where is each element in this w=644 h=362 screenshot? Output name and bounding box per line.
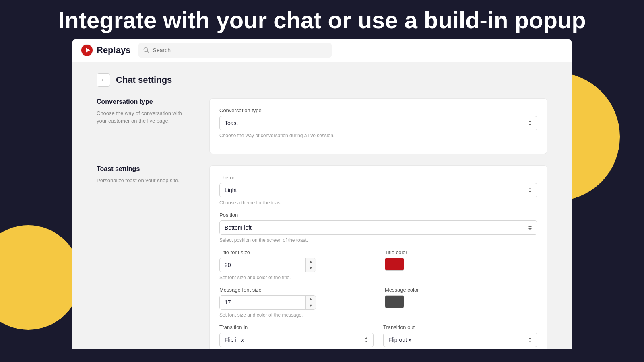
- message-color-label: Message color: [385, 287, 537, 293]
- message-font-size-input[interactable]: 17: [220, 296, 305, 309]
- svg-line-4: [147, 51, 149, 53]
- page-title: Chat settings: [116, 75, 172, 85]
- conversation-type-description: Conversation type Choose the way of conv…: [97, 98, 193, 154]
- title-font-size-input-wrap: 20 ▲ ▼: [219, 258, 316, 272]
- logo-icon: [80, 44, 93, 57]
- title-color-label: Title color: [385, 249, 537, 255]
- content-area: ← Chat settings Conversation type Choose…: [72, 62, 572, 349]
- toast-desc-text: Personalize toast on your shop site.: [97, 177, 193, 185]
- theme-form-group: Theme Light Dark Custom Choose a theme f…: [219, 175, 537, 206]
- title-font-size-arrows: ▲ ▼: [305, 258, 316, 272]
- toast-description: Toast settings Personalize toast on your…: [97, 165, 193, 349]
- toast-section-title: Toast settings: [97, 165, 193, 173]
- transition-out-select[interactable]: Flip out x Fade out Slide out left Slide…: [383, 333, 537, 347]
- conversation-type-section-title: Conversation type: [97, 98, 193, 105]
- transition-out-col: Transition out Flip out x Fade out Slide…: [383, 324, 537, 349]
- title-font-size-down[interactable]: ▼: [306, 265, 316, 272]
- logo-text: Replays: [97, 45, 130, 56]
- search-icon: [143, 47, 149, 53]
- position-form-group: Position Bottom left Bottom right Top le…: [219, 212, 537, 243]
- message-font-size-arrows: ▲ ▼: [305, 296, 316, 309]
- title-font-size-up[interactable]: ▲: [306, 258, 316, 265]
- message-color-col: Message color: [385, 287, 537, 318]
- title-font-size-input[interactable]: 20: [220, 258, 305, 272]
- title-font-size-label: Title font size: [219, 249, 372, 255]
- title-color-swatch[interactable]: [385, 258, 404, 271]
- theme-label: Theme: [219, 175, 537, 181]
- app-window: Replays ← Chat settings Conversation typ…: [72, 39, 572, 349]
- message-font-size-label: Message font size: [219, 287, 372, 293]
- toast-settings-card: Theme Light Dark Custom Choose a theme f…: [209, 165, 547, 349]
- transition-out-label: Transition out: [383, 324, 537, 330]
- transition-in-label: Transition in: [219, 324, 374, 330]
- message-font-size-down[interactable]: ▼: [306, 302, 316, 309]
- conversation-type-hint: Choose the way of conversation during a …: [219, 133, 537, 138]
- theme-hint: Choose a theme for the toast.: [219, 200, 537, 206]
- conversation-type-select[interactable]: Toast Chat widget Custom: [219, 116, 537, 130]
- page-headline: Integrate with your chat or use a build-…: [0, 0, 644, 39]
- title-font-color-row: Title font size 20 ▲ ▼ Set font size and…: [219, 249, 537, 280]
- logo-area[interactable]: Replays: [80, 44, 130, 57]
- message-font-size-hint: Set font size and color of the message.: [219, 312, 372, 318]
- transition-in-select[interactable]: Flip in x Fade in Slide in left Slide in…: [219, 333, 374, 347]
- message-font-size-up[interactable]: ▲: [306, 296, 316, 303]
- transition-in-col: Transition in Flip in x Fade in Slide in…: [219, 324, 374, 349]
- search-bar: [138, 43, 332, 58]
- page-title-row: ← Chat settings: [97, 73, 547, 87]
- message-color-swatch[interactable]: [385, 295, 404, 308]
- title-color-col: Title color: [385, 249, 537, 280]
- back-button[interactable]: ←: [97, 73, 110, 87]
- message-font-color-row: Message font size 17 ▲ ▼ Set font size a…: [219, 287, 537, 318]
- conversation-type-label: Conversation type: [219, 107, 537, 113]
- transition-row: Transition in Flip in x Fade in Slide in…: [219, 324, 537, 349]
- conversation-type-card: Conversation type Toast Chat widget Cust…: [209, 98, 547, 154]
- position-label: Position: [219, 212, 537, 218]
- bg-decoration-left: [0, 225, 80, 330]
- toast-settings-section: Toast settings Personalize toast on your…: [97, 165, 547, 349]
- title-font-size-col: Title font size 20 ▲ ▼ Set font size and…: [219, 249, 372, 280]
- theme-select[interactable]: Light Dark Custom: [219, 183, 537, 197]
- position-select[interactable]: Bottom left Bottom right Top left Top ri…: [219, 220, 537, 235]
- title-font-size-hint: Set font size and color of the title.: [219, 275, 372, 280]
- search-input[interactable]: [153, 47, 327, 53]
- conversation-type-section: Conversation type Choose the way of conv…: [97, 98, 547, 154]
- message-font-size-input-wrap: 17 ▲ ▼: [219, 295, 316, 310]
- message-font-size-col: Message font size 17 ▲ ▼ Set font size a…: [219, 287, 372, 318]
- position-hint: Select position on the screen of the toa…: [219, 237, 537, 243]
- conversation-type-desc-text: Choose the way of conversation with your…: [97, 109, 193, 125]
- app-header: Replays: [72, 39, 572, 62]
- conversation-type-form-group: Conversation type Toast Chat widget Cust…: [219, 107, 537, 138]
